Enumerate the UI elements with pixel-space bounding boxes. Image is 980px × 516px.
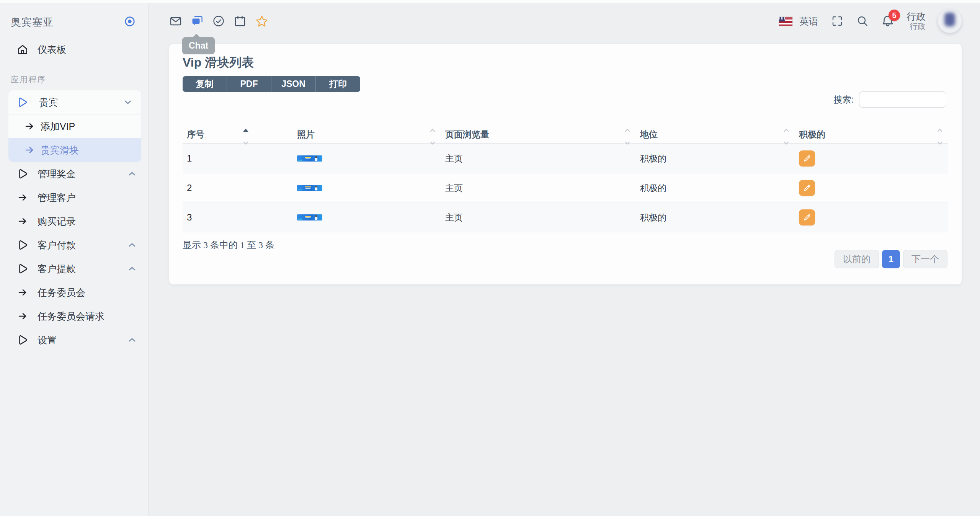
column-header-status[interactable]: 地位 xyxy=(636,126,795,144)
chevron-up-icon xyxy=(128,170,136,178)
column-label: 照片 xyxy=(297,129,315,140)
column-header-page-views[interactable]: 页面浏览量 xyxy=(441,126,636,144)
cell-status: 积极的 xyxy=(636,182,795,194)
sort-icons xyxy=(624,128,630,145)
star-icon[interactable] xyxy=(255,15,268,28)
sidebar-item-dashboard[interactable]: 仪表板 xyxy=(0,38,149,61)
cell-serial: 1 xyxy=(183,153,293,164)
sidebar-item-task-committee-requests[interactable]: 任务委员会请求 xyxy=(0,304,149,328)
table-row: 2 主页 积极的 xyxy=(183,173,948,203)
cell-photo xyxy=(293,214,441,220)
user-role: 行政 xyxy=(906,22,926,31)
edit-button[interactable] xyxy=(799,209,815,225)
check-circle-icon[interactable] xyxy=(212,15,225,28)
table-row: 3 主页 积极的 xyxy=(183,203,948,232)
envelope-icon[interactable] xyxy=(169,15,182,28)
arrow-right-icon xyxy=(24,121,34,131)
copy-button[interactable]: 复制 xyxy=(183,76,227,92)
us-flag-icon[interactable] xyxy=(779,17,792,26)
arrow-right-icon xyxy=(24,145,34,155)
cell-serial: 2 xyxy=(183,183,293,193)
chevron-down-icon xyxy=(124,98,132,106)
chat-icon[interactable] xyxy=(191,15,204,28)
sort-icons xyxy=(937,128,943,145)
arrow-right-icon xyxy=(17,287,28,298)
sidebar-group-vip: 贵宾 添加VIP 贵宾滑块 xyxy=(8,90,141,162)
sidebar-item-vip-slider[interactable]: 贵宾滑块 xyxy=(8,138,141,162)
column-header-photo[interactable]: 照片 xyxy=(293,126,441,144)
sidebar-item-label: 任务委员会请求 xyxy=(38,310,105,323)
sidebar-item-manage-bonus[interactable]: 管理奖金 xyxy=(0,162,149,186)
table-summary: 显示 3 条中的 1 至 3 条 xyxy=(183,239,948,251)
main-area: 英语 5 行政 行政 Chat Vip 滑块列表 复制 PDF JSON xyxy=(149,0,980,516)
cell-status: 积极的 xyxy=(636,212,795,224)
sidebar-item-label: 添加VIP xyxy=(41,120,75,133)
sidebar-item-label: 任务委员会 xyxy=(38,286,85,299)
sidebar-item-label: 管理客户 xyxy=(38,191,76,204)
edit-button[interactable] xyxy=(799,150,815,167)
sidebar-toggle-icon[interactable] xyxy=(124,16,136,29)
pencil-icon xyxy=(803,213,811,222)
sidebar-group-vip-header[interactable]: 贵宾 xyxy=(8,90,141,114)
sidebar-item-manage-customers[interactable]: 管理客户 xyxy=(0,186,149,209)
page-title: Vip 滑块列表 xyxy=(183,44,948,71)
search-label: 搜索: xyxy=(834,94,854,106)
topbar: 英语 5 行政 行政 xyxy=(149,0,980,42)
json-button[interactable]: JSON xyxy=(271,76,316,92)
sidebar-item-label: 设置 xyxy=(38,334,57,346)
arrow-right-icon xyxy=(17,192,28,203)
cell-actions xyxy=(795,150,948,167)
column-label: 序号 xyxy=(187,129,204,140)
brand-title: 奥宾塞亚 xyxy=(11,15,54,29)
play-icon xyxy=(17,239,28,251)
column-header-serial[interactable]: 序号 xyxy=(183,126,293,144)
sidebar-item-task-committee[interactable]: 任务委员会 xyxy=(0,281,149,304)
column-label: 积极的 xyxy=(799,129,825,140)
column-label: 页面浏览量 xyxy=(445,129,489,140)
chevron-up-icon xyxy=(128,336,136,344)
fullscreen-icon[interactable] xyxy=(831,15,844,28)
sidebar: 奥宾塞亚 仪表板 应用程序 贵宾 添加VIP xyxy=(0,0,149,516)
sidebar-item-label: 仪表板 xyxy=(38,43,66,56)
language-selector[interactable]: 英语 xyxy=(799,15,818,28)
top-edge-highlight xyxy=(0,0,980,3)
cell-serial: 3 xyxy=(183,212,293,223)
avatar[interactable] xyxy=(938,9,962,33)
previous-page-button[interactable]: 以前的 xyxy=(835,250,879,268)
sidebar-item-customer-withdrawals[interactable]: 客户提款 xyxy=(0,257,149,281)
search-icon[interactable] xyxy=(856,15,869,28)
play-icon xyxy=(17,96,27,108)
avatar-image xyxy=(944,13,955,26)
cell-actions xyxy=(795,209,948,225)
topbar-right: 英语 5 行政 行政 xyxy=(779,9,962,33)
slider-photo-thumbnail xyxy=(297,155,322,162)
vip-slider-table: 序号 照片 页面浏览量 xyxy=(183,126,948,232)
cell-photo xyxy=(293,185,441,191)
search-input[interactable] xyxy=(859,91,946,108)
pencil-icon xyxy=(803,184,811,192)
pdf-button[interactable]: PDF xyxy=(227,76,271,92)
calendar-icon[interactable] xyxy=(234,15,247,28)
slider-photo-thumbnail xyxy=(297,185,322,191)
sidebar-item-add-vip[interactable]: 添加VIP xyxy=(8,114,141,138)
sidebar-item-label: 客户提款 xyxy=(38,263,76,275)
column-label: 地位 xyxy=(640,129,658,140)
cell-status: 积极的 xyxy=(636,153,795,165)
arrow-right-icon xyxy=(17,310,28,322)
current-page-button[interactable]: 1 xyxy=(882,250,900,268)
notifications-bell-icon[interactable]: 5 xyxy=(881,15,894,28)
sidebar-group-label: 贵宾 xyxy=(39,96,124,109)
edit-button[interactable] xyxy=(799,180,815,196)
play-icon xyxy=(17,263,28,274)
cell-page-view: 主页 xyxy=(441,212,636,224)
next-page-button[interactable]: 下一个 xyxy=(903,250,947,268)
sidebar-item-customer-payments[interactable]: 客户付款 xyxy=(0,233,149,257)
sidebar-item-settings[interactable]: 设置 xyxy=(0,328,149,352)
table-search: 搜索: xyxy=(834,91,946,108)
print-button[interactable]: 打印 xyxy=(316,76,360,92)
user-menu[interactable]: 行政 行政 xyxy=(906,11,926,31)
sidebar-item-purchase-records[interactable]: 购买记录 xyxy=(0,209,149,233)
column-header-active[interactable]: 积极的 xyxy=(795,126,948,144)
topbar-quick-icons xyxy=(169,15,268,28)
table-row: 1 主页 积极的 xyxy=(183,144,948,173)
